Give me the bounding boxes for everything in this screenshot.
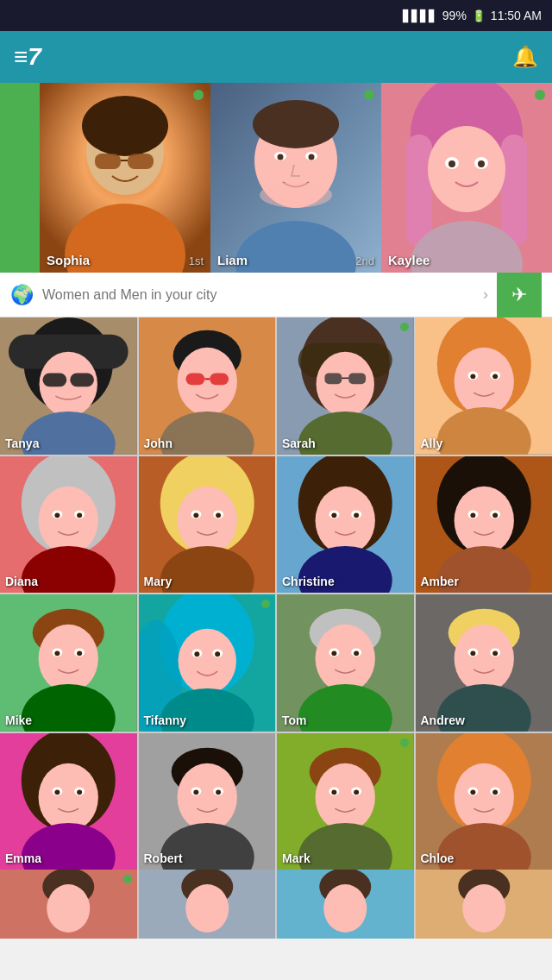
person-card-ally[interactable]: Ally — [416, 317, 553, 455]
svg-point-130 — [470, 650, 475, 656]
sarah-name: Sarah — [282, 437, 316, 450]
svg-point-103 — [77, 650, 82, 656]
robert-name: Robert — [144, 851, 183, 865]
app-logo: ≡7 — [14, 43, 41, 71]
svg-point-23 — [448, 160, 455, 167]
liam-name: Liam — [217, 253, 248, 267]
svg-point-113 — [215, 651, 220, 656]
battery-icon: 🔋 — [472, 9, 486, 22]
svg-point-46 — [317, 352, 374, 417]
svg-point-167 — [492, 789, 498, 795]
svg-point-99 — [39, 625, 98, 693]
svg-point-90 — [454, 486, 513, 554]
svg-point-158 — [354, 789, 359, 795]
battery-text: 99% — [442, 9, 467, 22]
tifanny-online-dot — [261, 600, 270, 608]
search-bar: 🌍 › ✈ — [0, 273, 552, 317]
svg-point-154 — [316, 763, 375, 831]
svg-rect-32 — [70, 373, 94, 386]
svg-point-84 — [331, 512, 336, 518]
liam-online-dot — [364, 90, 374, 100]
svg-rect-38 — [185, 373, 204, 385]
person-card-sarah[interactable]: Sarah — [277, 317, 414, 455]
svg-point-63 — [39, 486, 98, 554]
christine-name: Christine — [282, 575, 335, 588]
featured-profile-kaylee[interactable]: Kaylee — [381, 83, 552, 273]
people-grid: Tanya John Sarah — [0, 317, 552, 870]
svg-rect-31 — [43, 373, 67, 386]
person-card-chloe[interactable]: Chloe — [416, 733, 553, 870]
partial-card-1[interactable] — [139, 870, 276, 939]
person-card-amber[interactable]: Amber — [416, 456, 553, 594]
partial-card-0[interactable] — [0, 870, 137, 939]
svg-point-172 — [47, 884, 90, 933]
svg-point-3 — [82, 96, 168, 156]
notification-bell-icon[interactable]: 🔔 — [512, 45, 538, 69]
svg-point-85 — [354, 512, 359, 518]
svg-point-118 — [316, 625, 375, 693]
sophia-online-dot — [193, 90, 204, 100]
svg-rect-48 — [348, 373, 366, 384]
featured-profile-sophia[interactable]: Sophia 1st — [40, 83, 210, 273]
svg-rect-18 — [406, 135, 432, 247]
svg-point-122 — [354, 650, 359, 656]
amber-name: Amber — [421, 575, 459, 588]
svg-point-157 — [331, 789, 336, 795]
arrow-icon: › — [483, 286, 488, 304]
person-card-tifanny[interactable]: Tifanny — [139, 594, 276, 732]
diana-name: Diana — [5, 575, 38, 588]
partial-row — [0, 870, 552, 939]
person-card-emma[interactable]: Emma — [0, 733, 137, 870]
feature-me-button[interactable] — [0, 83, 40, 273]
partial-online-dot — [123, 875, 132, 883]
travel-button[interactable]: ✈ — [497, 273, 542, 317]
person-card-diana[interactable]: Diana — [0, 456, 137, 594]
svg-point-149 — [216, 789, 221, 795]
person-card-mike[interactable]: Mike — [0, 594, 137, 732]
svg-point-66 — [54, 512, 60, 518]
person-card-robert[interactable]: Robert — [139, 733, 276, 870]
person-card-tanya[interactable]: Tanya — [0, 317, 137, 455]
svg-point-109 — [178, 629, 235, 694]
search-input[interactable] — [42, 287, 474, 303]
svg-point-140 — [77, 789, 82, 795]
svg-point-163 — [454, 763, 513, 831]
svg-point-76 — [216, 512, 221, 518]
person-card-mary[interactable]: Mary — [139, 456, 276, 594]
partial-card-2[interactable] — [277, 870, 414, 939]
chloe-name: Chloe — [421, 851, 455, 865]
svg-point-13 — [309, 154, 315, 160]
tanya-name: Tanya — [5, 437, 39, 450]
signal-icon: ▋▋▋▋ — [403, 9, 437, 22]
mark-online-dot — [400, 738, 409, 747]
person-card-mark[interactable]: Mark — [277, 733, 414, 870]
person-card-tom[interactable]: Tom — [277, 594, 414, 732]
person-card-john[interactable]: John — [139, 317, 276, 455]
person-card-andrew[interactable]: Andrew — [416, 594, 553, 732]
svg-point-102 — [54, 650, 60, 656]
kaylee-name: Kaylee — [388, 253, 430, 267]
svg-rect-47 — [324, 373, 342, 384]
liam-rank: 2nd — [355, 254, 374, 267]
sarah-online-dot — [400, 323, 409, 331]
featured-profile-liam[interactable]: Liam 2nd — [210, 83, 381, 273]
svg-point-58 — [492, 374, 498, 379]
sophia-rank: 1st — [189, 254, 204, 267]
svg-point-121 — [331, 650, 336, 656]
feature-banner: Sophia 1st — [0, 83, 552, 273]
andrew-name: Andrew — [421, 713, 465, 727]
svg-rect-4 — [95, 154, 121, 169]
svg-point-180 — [323, 884, 367, 933]
svg-point-148 — [193, 789, 198, 795]
partial-card-3[interactable] — [416, 870, 553, 939]
globe-icon: 🌍 — [10, 284, 34, 306]
mike-name: Mike — [5, 713, 32, 727]
svg-point-127 — [454, 625, 513, 693]
svg-point-112 — [194, 651, 199, 656]
svg-point-184 — [462, 884, 505, 933]
tifanny-name: Tifanny — [144, 713, 187, 727]
emma-name: Emma — [5, 851, 41, 865]
svg-point-54 — [454, 348, 513, 416]
person-card-christine[interactable]: Christine — [277, 456, 414, 594]
svg-point-93 — [470, 512, 475, 518]
